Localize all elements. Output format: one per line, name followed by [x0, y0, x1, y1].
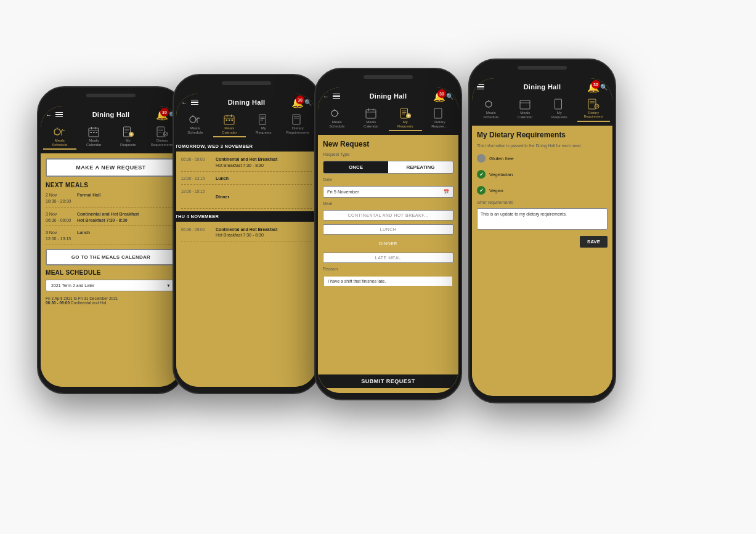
meal-date-2: 3 Nov06:30 - 09:00 — [46, 211, 73, 224]
tab-label-calendar-2: MealsCalendar — [222, 126, 237, 134]
dietary-item-vegan: ✓ Vegan — [477, 184, 608, 196]
date-input[interactable]: Fri 5 November 📅 — [323, 186, 453, 198]
svg-rect-40 — [229, 119, 230, 121]
vegetarian-checkbox[interactable]: ✓ — [477, 170, 486, 179]
tab-dietary-2[interactable]: DietaryRequirements — [282, 112, 315, 137]
meal-cal-name-3: Dinner — [216, 194, 229, 200]
meal-cal-name-4: Continental and Hot Breakfast — [216, 227, 277, 233]
phone-3-title: Dining Hall — [370, 92, 407, 100]
svg-point-64 — [486, 101, 492, 107]
tab-dietary-4[interactable]: DietaryRequirement — [577, 97, 611, 122]
vegan-label: Vegan — [489, 188, 503, 193]
meal-cal-detail-1: Hot Breakfast 7:30 - 8:30 — [216, 163, 277, 169]
time-slot-4: 06:30 - 09:00 — [181, 227, 212, 239]
bell-icon-3[interactable]: 🔔 30 — [435, 92, 444, 100]
next-meals-header: NEXT MEALS — [46, 182, 176, 188]
bell-icon-1[interactable]: 🔔 30 — [158, 110, 166, 119]
svg-line-28 — [166, 133, 167, 135]
search-icon-3[interactable]: 🔍 — [446, 93, 453, 100]
svg-point-26 — [163, 132, 168, 136]
meal-option-lunch[interactable]: LUNCH — [323, 224, 453, 235]
tab-my-requests-3[interactable]: MyRequests — [389, 106, 422, 131]
meal-row-cal-3: 18:00 - 19:15 Dinner REQUEST A LATE MEAL — [181, 186, 312, 209]
gluten-checkbox[interactable] — [477, 154, 486, 163]
notification-badge-1: 30 — [160, 108, 169, 116]
late-meal-badge[interactable]: REQUEST A LATE MEAL — [233, 188, 250, 206]
tab-meals-calendar-3[interactable]: MealsCalendar — [355, 106, 388, 131]
schedule-dates: Fri 2 April 2021 to Fri 31 December 2021… — [46, 296, 176, 305]
search-icon-4[interactable]: 🔍 — [600, 84, 608, 91]
tab-meals-schedule-3[interactable]: MealsSchedule — [320, 106, 354, 131]
hamburger-menu-1[interactable] — [55, 112, 63, 118]
svg-rect-68 — [555, 99, 561, 109]
meal-cal-name-2: Lunch — [216, 176, 229, 182]
day-header-2: THU 4 NOVEMBER — [176, 211, 317, 222]
schedule-dropdown[interactable]: 2021 Term 2 and Later ▼ — [46, 280, 176, 291]
bell-icon-2[interactable]: 🔔 30 — [293, 98, 302, 107]
phone-1-header: ← Dining Hall 🔔 30 🔍 — [41, 106, 181, 122]
date-label: Date — [323, 177, 453, 182]
make-request-button[interactable]: MAKE A NEW REQUEST — [46, 158, 176, 177]
phone-3-content: New Request Request Type ONCE REPEATING … — [318, 135, 458, 393]
tab-meals-schedule-4[interactable]: MealsSchedule — [474, 97, 508, 122]
phone-1-content: MAKE A NEW REQUEST NEXT MEALS 2 Nov18:30… — [41, 153, 181, 387]
tab-meals-schedule-1[interactable]: MealsSchedule — [43, 124, 76, 150]
dietary-item-gluten: Gluten free — [477, 152, 608, 164]
toggle-repeating[interactable]: REPEATING — [388, 161, 453, 173]
dietary-title: My Dietary Requirements — [477, 131, 608, 139]
meal-cal-detail-4: Hot Breakfast 7:30 - 8:30 — [216, 232, 277, 238]
tab-my-requests-2[interactable]: MyRequests — [247, 112, 280, 137]
toggle-once[interactable]: ONCE — [323, 161, 388, 173]
meal-option-continental[interactable]: CONTINENTAL AND HOT BREAKF... — [323, 210, 453, 220]
back-arrow-1[interactable]: ← — [46, 111, 52, 118]
tab-meals-schedule-2[interactable]: MealsSchedule — [179, 112, 212, 137]
svg-rect-46 — [293, 115, 300, 124]
main-scene: ← Dining Hall 🔔 30 🔍 — [0, 0, 756, 534]
meal-row-2: 3 Nov06:30 - 09:00 Continental and Hot B… — [46, 211, 176, 227]
hamburger-menu-4[interactable] — [477, 84, 484, 90]
svg-line-3 — [54, 129, 55, 130]
tab-label-schedule-4: MealsSchedule — [483, 111, 498, 119]
bell-icon-4[interactable]: 🔔 30 — [589, 83, 598, 91]
day-header-1: TOMORROW, WED 3 NOVEMBER — [176, 141, 317, 152]
phone-my-requests: ← Dining Hall 🔔 30 🔍 — [314, 68, 462, 400]
go-calendar-button[interactable]: GO TO THE MEALS CALENDAR — [46, 249, 176, 265]
meal-cal-name-1: Continental and Hot Breakfast — [216, 156, 277, 163]
back-arrow-2[interactable]: ← — [181, 99, 187, 106]
svg-rect-52 — [366, 110, 376, 118]
back-arrow-3[interactable]: ← — [323, 93, 329, 100]
tab-meals-calendar-4[interactable]: MealsCalendar — [509, 97, 542, 122]
time-slot-3: 18:00 - 19:15 — [181, 188, 212, 206]
submit-button[interactable]: SUBMIT REQUEST — [318, 374, 458, 388]
meal-row-cal-1: 06:30 - 09:00 Continental and Hot Breakf… — [181, 154, 312, 172]
hamburger-menu-2[interactable] — [191, 100, 198, 105]
tab-my-requests-4[interactable]: MyRequests — [543, 97, 576, 122]
meal-option-late[interactable]: LATE MEAL — [323, 253, 453, 263]
phone-4-content: My Dietary Requirements This information… — [472, 126, 612, 396]
reason-input[interactable]: I have a shift that finishes late. — [323, 275, 453, 287]
dropdown-arrow: ▼ — [166, 283, 171, 288]
vegan-checkbox[interactable]: ✓ — [477, 186, 486, 195]
tab-my-requests-1[interactable]: MyRequests — [112, 124, 145, 150]
tab-dietary-3[interactable]: DietaryRequire... — [423, 106, 457, 131]
meal-option-dinner[interactable]: DINNER — [323, 238, 453, 249]
other-requirements-input[interactable]: This is an update to my dietary requirem… — [477, 208, 608, 230]
hamburger-menu-3[interactable] — [333, 94, 340, 99]
phone-2-nav: MealsSchedule MealsCalendar — [176, 110, 317, 141]
phone-2-content: TOMORROW, WED 3 NOVEMBER 06:30 - 09:00 C… — [176, 141, 317, 387]
svg-rect-39 — [226, 119, 228, 121]
phone-4-header: Dining Hall 🔔 30 🔍 — [472, 78, 612, 94]
phone-2-header: ← Dining Hall 🔔 30 🔍 — [176, 94, 317, 110]
calendar-icon: 📅 — [444, 189, 449, 195]
toggle-once-repeating: ONCE REPEATING — [323, 161, 453, 174]
tab-label-calendar-4: MealsCalendar — [518, 111, 532, 119]
tab-meals-calendar-1[interactable]: MealsCalendar — [78, 124, 111, 150]
meal-row-1: 2 Nov18:30 - 20:30 Formal Hall — [46, 192, 176, 208]
search-icon-2[interactable]: 🔍 — [304, 99, 312, 106]
tab-label-calendar-1: MealsCalendar — [86, 139, 101, 147]
svg-rect-13 — [93, 132, 95, 133]
meal-name-1: Formal Hall — [77, 192, 100, 204]
tab-label-requests-3: MyRequests — [397, 120, 413, 128]
tab-meals-calendar-2[interactable]: MealsCalendar — [213, 112, 246, 137]
save-button[interactable]: SAVE — [580, 236, 608, 248]
